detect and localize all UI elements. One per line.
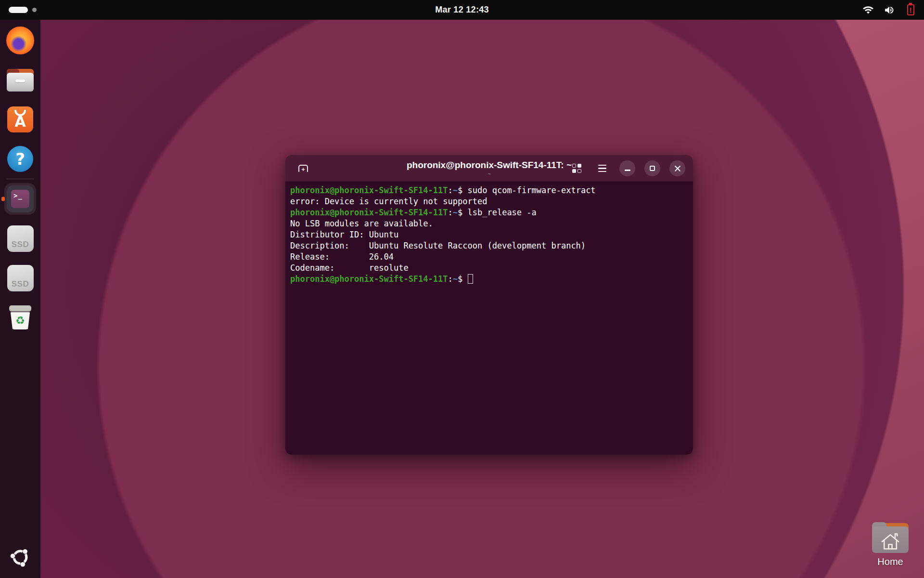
terminal-content[interactable]: phoronix@phoronix-Swift-SF14-11T:~$ sudo… [285,182,693,455]
window-title-area: phoronix@phoronix-Swift-SF14-11T: ~ ~ [367,160,611,177]
desktop: Mar 12 12:43 ! [0,0,924,578]
terminal-icon: >_ [7,185,34,212]
running-app-indicator [1,197,5,201]
terminal-line: Description: Ubuntu Resolute Raccoon (de… [290,240,688,251]
minimize-icon [625,170,630,171]
terminal-window: + phoronix@phoronix-Swift-SF14-11T: ~ ~ [285,155,693,455]
clock[interactable]: Mar 12 12:43 [435,0,489,20]
recycle-icon: ♻ [15,315,25,326]
terminal-line: Codename: resolute [290,263,688,274]
files-folder-icon [7,69,34,92]
dock-item-help[interactable]: ? [0,139,40,179]
battery-critical-icon: ! [905,4,916,16]
volume-icon [884,4,895,16]
firefox-icon [6,26,34,54]
terminal-line: No LSB modules are available. [290,218,688,229]
dock-item-files[interactable] [0,60,40,100]
terminal-line: phoronix@phoronix-Swift-SF14-11T:~$ [290,274,688,285]
close-button[interactable] [669,160,685,176]
terminal-line: error: Device is currently not supported [290,196,688,207]
home-label: Home [877,556,903,567]
new-tab-button[interactable]: + [295,160,311,177]
close-icon [674,165,681,172]
terminal-line: phoronix@phoronix-Swift-SF14-11T:~$ lsb_… [290,207,688,218]
system-status-area[interactable]: ! [862,0,916,20]
dock-item-terminal[interactable]: >_ [0,179,40,219]
dock-item-firefox[interactable] [0,21,40,60]
terminal-output: phoronix@phoronix-Swift-SF14-11T:~$ sudo… [290,185,688,285]
help-icon: ? [7,146,33,172]
workspace-indicator[interactable] [9,0,37,20]
maximize-button[interactable] [644,160,660,176]
home-folder-icon [872,522,909,553]
ssd-drive-icon: SSD [7,225,34,252]
terminal-line: phoronix@phoronix-Swift-SF14-11T:~$ sudo… [290,185,688,196]
terminal-cursor [468,274,473,284]
maximize-icon [650,166,655,171]
dock-item-trash[interactable]: ♻ [0,298,40,337]
dock: A ? >_ SSD SSD [0,20,40,578]
dock-item-ssd-2[interactable]: SSD [0,258,40,298]
workspace-active-pill[interactable] [9,7,28,13]
house-icon [877,529,903,551]
minimize-button[interactable] [619,160,635,176]
top-bar: Mar 12 12:43 ! [0,0,924,20]
workspace-inactive-dot[interactable] [32,8,37,12]
dock-item-ssd-1[interactable]: SSD [0,219,40,258]
app-center-icon: A [7,106,33,132]
ssd-drive-icon: SSD [7,265,34,291]
window-subtitle: ~ [367,171,611,177]
terminal-line: Distributor ID: Ubuntu [290,229,688,240]
wifi-icon [862,4,874,16]
trash-icon: ♻ [9,305,31,329]
desktop-home-folder[interactable]: Home [867,522,913,567]
terminal-app-tile: >_ [4,183,36,215]
terminal-titlebar[interactable]: + phoronix@phoronix-Swift-SF14-11T: ~ ~ [285,155,693,182]
new-tab-icon: + [298,165,308,172]
ubuntu-logo-icon[interactable] [9,546,31,568]
dock-item-app-center[interactable]: A [0,100,40,139]
window-title: phoronix@phoronix-Swift-SF14-11T: ~ [367,160,611,171]
terminal-line: Release: 26.04 [290,251,688,263]
